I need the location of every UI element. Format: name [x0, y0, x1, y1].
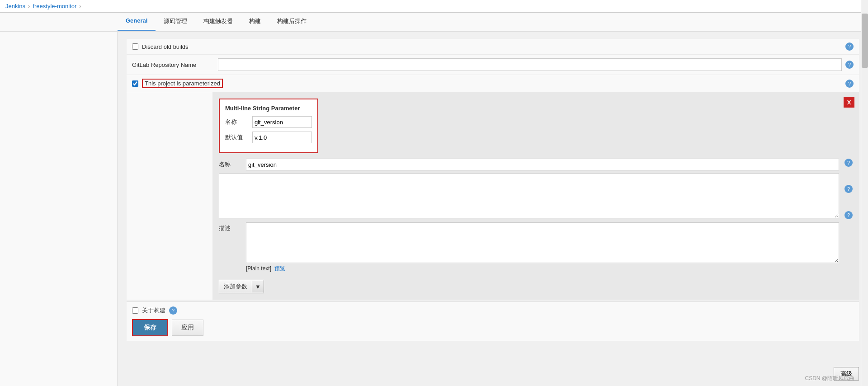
gitlab-help-icon[interactable]: ? — [845, 61, 854, 69]
value-textarea[interactable] — [219, 173, 839, 218]
gitlab-input[interactable] — [218, 58, 842, 71]
name-full-row: 名称 — [219, 159, 839, 170]
tab-triggers[interactable]: 构建触发器 — [195, 13, 241, 31]
name-full-section: 名称 描述 [ — [219, 159, 839, 273]
desc-label: 描述 — [219, 222, 246, 232]
action-buttons: 保存 应用 — [132, 319, 854, 336]
name-field-row: 名称 — [225, 116, 312, 128]
tab-general[interactable]: General — [118, 13, 156, 31]
param-inner-area: X Multi-line String Parameter 名称 默认值 — [212, 92, 859, 300]
name-input[interactable] — [252, 116, 312, 128]
plain-text-row: [Plain text] 预览 — [246, 265, 839, 273]
discard-builds-label[interactable]: Discard old builds — [132, 43, 189, 50]
param-content-section: X Multi-line String Parameter 名称 默认值 — [127, 92, 859, 300]
tab-post[interactable]: 构建后操作 — [269, 13, 315, 31]
tab-bar: General 源码管理 构建触发器 构建 构建后操作 — [0, 13, 868, 32]
parameterized-checkbox[interactable] — [132, 80, 138, 87]
tab-source[interactable]: 源码管理 — [156, 13, 195, 31]
desc-help-icon[interactable]: ? — [844, 211, 853, 219]
parameterized-text: This project is parameterized — [142, 79, 223, 88]
discard-builds-row: Discard old builds ? — [127, 39, 859, 55]
concur-checkbox[interactable] — [132, 307, 138, 314]
sep2: › — [79, 3, 81, 9]
concur-help-icon[interactable]: ? — [169, 306, 177, 315]
name-help-icon[interactable]: ? — [844, 159, 853, 167]
apply-button[interactable]: 应用 — [172, 320, 203, 336]
name-full-label: 名称 — [219, 160, 246, 169]
jenkins-link[interactable]: Jenkins — [5, 3, 25, 9]
project-link[interactable]: freestyle-monitor — [33, 3, 76, 9]
main-layout: Discard old builds ? GitLab Repository N… — [0, 32, 868, 386]
value-help-icon[interactable]: ? — [844, 185, 853, 193]
watermark-text: CSDN @陌听风成曲 — [805, 375, 854, 381]
name-label: 名称 — [225, 118, 252, 126]
plain-text-label: [Plain text] — [246, 265, 271, 272]
sidebar — [0, 32, 118, 386]
gitlab-label: GitLab Repository Name — [132, 61, 218, 68]
default-label: 默认值 — [225, 133, 252, 141]
help-icons-column: ? ? ? — [844, 159, 853, 219]
content-area: Discard old builds ? GitLab Repository N… — [118, 32, 868, 386]
gitlab-row: GitLab Repository Name ? — [127, 55, 859, 75]
name-full-input[interactable] — [246, 159, 839, 170]
param-fields-area: 名称 描述 [ — [219, 159, 853, 273]
parameterized-help-icon[interactable]: ? — [845, 80, 854, 88]
add-param-button[interactable]: 添加参数 ▼ — [219, 280, 264, 293]
tab-build[interactable]: 构建 — [241, 13, 269, 31]
parameterized-row: This project is parameterized ? — [127, 75, 859, 92]
add-param-label: 添加参数 — [219, 280, 252, 293]
multiline-param-box: Multi-line String Parameter 名称 默认值 — [219, 99, 318, 153]
scrollbar-track[interactable] — [861, 0, 868, 386]
concur-row: 关于构建 ? — [132, 306, 854, 315]
add-param-area: 添加参数 ▼ — [219, 276, 853, 293]
default-input[interactable] — [252, 132, 312, 143]
bottom-section: 关于构建 ? 保存 应用 — [127, 301, 859, 341]
discard-builds-text: Discard old builds — [142, 43, 189, 50]
breadcrumb: Jenkins › freestyle-monitor › — [0, 0, 868, 13]
discard-builds-help-icon[interactable]: ? — [845, 42, 854, 51]
csdn-watermark: CSDN @陌听风成曲 — [805, 375, 854, 382]
scrollbar-thumb[interactable] — [862, 14, 868, 68]
discard-builds-checkbox[interactable] — [132, 43, 138, 50]
concur-label: 关于构建 — [142, 306, 165, 315]
remove-param-button[interactable]: X — [844, 97, 854, 108]
param-box-title: Multi-line String Parameter — [225, 105, 312, 112]
desc-row: 描述 — [219, 222, 839, 263]
sep1: › — [28, 3, 30, 9]
parameterized-label[interactable]: This project is parameterized — [132, 79, 223, 88]
preview-link[interactable]: 预览 — [274, 265, 285, 272]
desc-textarea[interactable] — [246, 222, 839, 263]
value-area — [219, 173, 839, 220]
save-button[interactable]: 保存 — [132, 319, 168, 336]
default-field-row: 默认值 — [225, 132, 312, 143]
add-param-arrow[interactable]: ▼ — [252, 281, 264, 292]
